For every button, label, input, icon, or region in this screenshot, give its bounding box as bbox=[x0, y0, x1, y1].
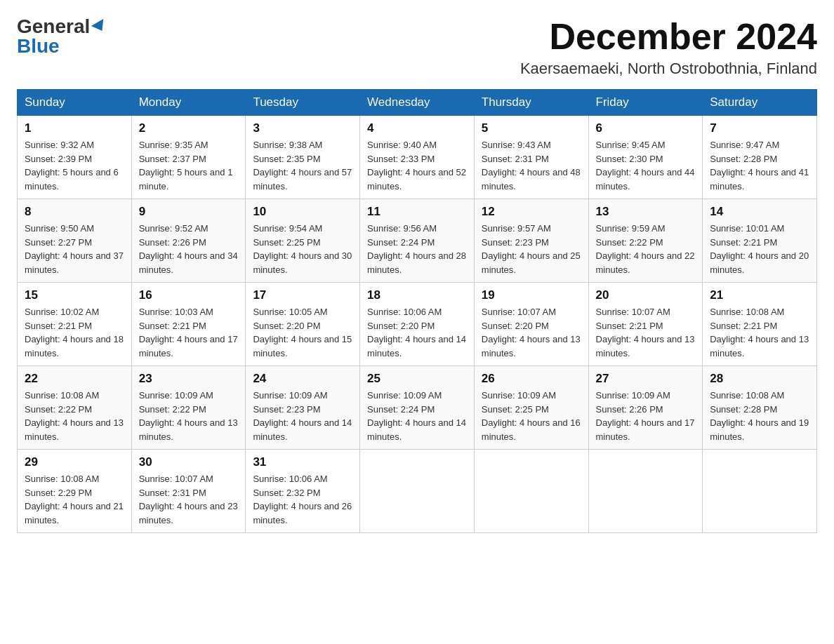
weekday-header-row: SundayMondayTuesdayWednesdayThursdayFrid… bbox=[18, 90, 817, 116]
day-number: 23 bbox=[139, 372, 239, 386]
day-number: 15 bbox=[25, 288, 124, 302]
calendar-cell: 9 Sunrise: 9:52 AMSunset: 2:26 PMDayligh… bbox=[131, 199, 246, 283]
calendar-cell: 5 Sunrise: 9:43 AMSunset: 2:31 PMDayligh… bbox=[474, 116, 588, 199]
calendar-cell: 11 Sunrise: 9:56 AMSunset: 2:24 PMDaylig… bbox=[360, 199, 475, 283]
day-number: 13 bbox=[596, 205, 696, 219]
calendar-cell: 4 Sunrise: 9:40 AMSunset: 2:33 PMDayligh… bbox=[360, 116, 475, 199]
calendar-cell: 26 Sunrise: 10:09 AMSunset: 2:25 PMDayli… bbox=[474, 366, 588, 450]
day-info: Sunrise: 9:43 AMSunset: 2:31 PMDaylight:… bbox=[482, 140, 581, 192]
day-info: Sunrise: 9:50 AMSunset: 2:27 PMDaylight:… bbox=[25, 223, 124, 275]
day-info: Sunrise: 10:08 AMSunset: 2:21 PMDaylight… bbox=[710, 307, 809, 358]
calendar-cell bbox=[474, 450, 588, 533]
weekday-header-friday: Friday bbox=[588, 90, 703, 116]
day-info: Sunrise: 10:06 AMSunset: 2:20 PMDaylight… bbox=[367, 307, 466, 358]
logo-blue-text: Blue bbox=[17, 36, 60, 56]
day-number: 9 bbox=[139, 205, 239, 219]
calendar-cell: 6 Sunrise: 9:45 AMSunset: 2:30 PMDayligh… bbox=[588, 116, 703, 199]
day-info: Sunrise: 10:05 AMSunset: 2:20 PMDaylight… bbox=[253, 307, 352, 358]
location-title: Kaersaemaeki, North Ostrobothnia, Finlan… bbox=[520, 60, 817, 78]
calendar-cell: 13 Sunrise: 9:59 AMSunset: 2:22 PMDaylig… bbox=[588, 199, 703, 283]
calendar-cell: 30 Sunrise: 10:07 AMSunset: 2:31 PMDayli… bbox=[131, 450, 246, 533]
day-info: Sunrise: 10:06 AMSunset: 2:32 PMDaylight… bbox=[253, 474, 352, 525]
day-info: Sunrise: 9:52 AMSunset: 2:26 PMDaylight:… bbox=[139, 223, 238, 275]
day-number: 28 bbox=[710, 372, 809, 386]
header: General Blue December 2024 Kaersaemaeki,… bbox=[17, 17, 817, 78]
day-info: Sunrise: 10:08 AMSunset: 2:28 PMDaylight… bbox=[710, 390, 809, 442]
calendar-cell: 2 Sunrise: 9:35 AMSunset: 2:37 PMDayligh… bbox=[131, 116, 246, 199]
calendar-cell: 18 Sunrise: 10:06 AMSunset: 2:20 PMDayli… bbox=[360, 283, 475, 366]
calendar-cell: 25 Sunrise: 10:09 AMSunset: 2:24 PMDayli… bbox=[360, 366, 475, 450]
day-info: Sunrise: 9:35 AMSunset: 2:37 PMDaylight:… bbox=[139, 140, 233, 192]
day-info: Sunrise: 10:09 AMSunset: 2:26 PMDaylight… bbox=[596, 390, 695, 442]
calendar-cell: 10 Sunrise: 9:54 AMSunset: 2:25 PMDaylig… bbox=[246, 199, 360, 283]
calendar-cell bbox=[703, 450, 817, 533]
month-title: December 2024 bbox=[520, 17, 817, 57]
day-number: 21 bbox=[710, 288, 809, 302]
day-number: 17 bbox=[253, 288, 352, 302]
day-info: Sunrise: 10:09 AMSunset: 2:24 PMDaylight… bbox=[367, 390, 466, 442]
calendar-cell: 17 Sunrise: 10:05 AMSunset: 2:20 PMDayli… bbox=[246, 283, 360, 366]
calendar-cell: 8 Sunrise: 9:50 AMSunset: 2:27 PMDayligh… bbox=[18, 199, 132, 283]
day-number: 11 bbox=[367, 205, 467, 219]
day-number: 31 bbox=[253, 455, 352, 469]
calendar-cell: 27 Sunrise: 10:09 AMSunset: 2:26 PMDayli… bbox=[588, 366, 703, 450]
weekday-header-sunday: Sunday bbox=[18, 90, 132, 116]
day-info: Sunrise: 10:09 AMSunset: 2:23 PMDaylight… bbox=[253, 390, 352, 442]
weekday-header-saturday: Saturday bbox=[703, 90, 817, 116]
day-number: 5 bbox=[482, 121, 581, 135]
day-info: Sunrise: 10:08 AMSunset: 2:29 PMDaylight… bbox=[25, 474, 124, 525]
day-info: Sunrise: 10:09 AMSunset: 2:25 PMDaylight… bbox=[482, 390, 581, 442]
day-number: 8 bbox=[25, 205, 124, 219]
day-number: 24 bbox=[253, 372, 352, 386]
day-number: 18 bbox=[367, 288, 467, 302]
calendar-cell: 28 Sunrise: 10:08 AMSunset: 2:28 PMDayli… bbox=[703, 366, 817, 450]
calendar-cell: 16 Sunrise: 10:03 AMSunset: 2:21 PMDayli… bbox=[131, 283, 246, 366]
logo-general-text: General bbox=[17, 17, 90, 36]
day-number: 7 bbox=[710, 121, 809, 135]
weekday-header-tuesday: Tuesday bbox=[246, 90, 360, 116]
calendar-cell: 20 Sunrise: 10:07 AMSunset: 2:21 PMDayli… bbox=[588, 283, 703, 366]
day-number: 10 bbox=[253, 205, 352, 219]
day-number: 3 bbox=[253, 121, 352, 135]
day-number: 30 bbox=[139, 455, 239, 469]
day-info: Sunrise: 9:57 AMSunset: 2:23 PMDaylight:… bbox=[482, 223, 581, 275]
day-info: Sunrise: 9:40 AMSunset: 2:33 PMDaylight:… bbox=[367, 140, 466, 192]
day-number: 1 bbox=[25, 121, 124, 135]
day-info: Sunrise: 10:07 AMSunset: 2:20 PMDaylight… bbox=[482, 307, 581, 358]
day-info: Sunrise: 10:03 AMSunset: 2:21 PMDaylight… bbox=[139, 307, 238, 358]
calendar-cell: 24 Sunrise: 10:09 AMSunset: 2:23 PMDayli… bbox=[246, 366, 360, 450]
day-number: 22 bbox=[25, 372, 124, 386]
calendar-cell: 3 Sunrise: 9:38 AMSunset: 2:35 PMDayligh… bbox=[246, 116, 360, 199]
day-number: 2 bbox=[139, 121, 239, 135]
day-info: Sunrise: 9:59 AMSunset: 2:22 PMDaylight:… bbox=[596, 223, 695, 275]
day-info: Sunrise: 10:07 AMSunset: 2:31 PMDaylight… bbox=[139, 474, 238, 525]
day-number: 6 bbox=[596, 121, 696, 135]
weekday-header-thursday: Thursday bbox=[474, 90, 588, 116]
day-number: 19 bbox=[482, 288, 581, 302]
weekday-header-wednesday: Wednesday bbox=[360, 90, 475, 116]
logo-triangle-icon bbox=[91, 19, 108, 34]
calendar-cell bbox=[588, 450, 703, 533]
calendar-table: SundayMondayTuesdayWednesdayThursdayFrid… bbox=[17, 89, 817, 533]
calendar-cell: 23 Sunrise: 10:09 AMSunset: 2:22 PMDayli… bbox=[131, 366, 246, 450]
day-number: 4 bbox=[367, 121, 467, 135]
week-row-3: 15 Sunrise: 10:02 AMSunset: 2:21 PMDayli… bbox=[18, 283, 817, 366]
calendar-cell: 19 Sunrise: 10:07 AMSunset: 2:20 PMDayli… bbox=[474, 283, 588, 366]
logo: General Blue bbox=[17, 17, 107, 56]
day-info: Sunrise: 10:07 AMSunset: 2:21 PMDaylight… bbox=[596, 307, 695, 358]
calendar-cell: 15 Sunrise: 10:02 AMSunset: 2:21 PMDayli… bbox=[18, 283, 132, 366]
calendar-cell: 29 Sunrise: 10:08 AMSunset: 2:29 PMDayli… bbox=[18, 450, 132, 533]
week-row-1: 1 Sunrise: 9:32 AMSunset: 2:39 PMDayligh… bbox=[18, 116, 817, 199]
day-info: Sunrise: 9:47 AMSunset: 2:28 PMDaylight:… bbox=[710, 140, 809, 192]
day-number: 29 bbox=[25, 455, 124, 469]
day-number: 27 bbox=[596, 372, 696, 386]
day-info: Sunrise: 9:38 AMSunset: 2:35 PMDaylight:… bbox=[253, 140, 352, 192]
day-info: Sunrise: 9:56 AMSunset: 2:24 PMDaylight:… bbox=[367, 223, 466, 275]
weekday-header-monday: Monday bbox=[131, 90, 246, 116]
day-number: 25 bbox=[367, 372, 467, 386]
day-info: Sunrise: 10:08 AMSunset: 2:22 PMDaylight… bbox=[25, 390, 124, 442]
day-info: Sunrise: 9:54 AMSunset: 2:25 PMDaylight:… bbox=[253, 223, 352, 275]
day-info: Sunrise: 10:02 AMSunset: 2:21 PMDaylight… bbox=[25, 307, 124, 358]
day-number: 14 bbox=[710, 205, 809, 219]
calendar-cell: 22 Sunrise: 10:08 AMSunset: 2:22 PMDayli… bbox=[18, 366, 132, 450]
